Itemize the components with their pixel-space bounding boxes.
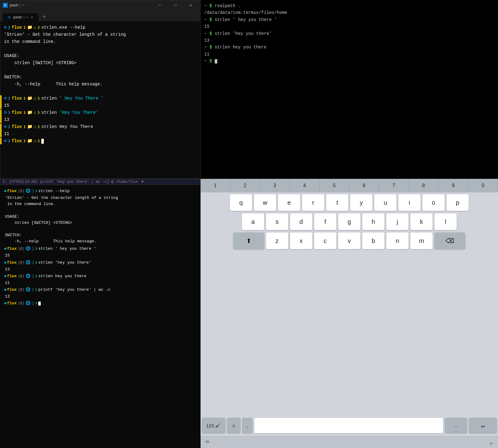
window-controls: ─ □ ✕ [153, 0, 198, 10]
fish-output-4: USAGE: [4, 214, 197, 220]
key-b[interactable]: b [362, 232, 384, 249]
key-u[interactable]: u [374, 194, 396, 211]
fish-output-7: SWITCH: [4, 232, 197, 238]
number-row: 1 2 3 4 5 6 7 8 9 0 [201, 179, 498, 192]
prompt-line-3: ⊞ ❯ flux ❯ 📁 ⌂ ❯ strlen 'Hey You There' [4, 109, 197, 116]
key-w[interactable]: w [254, 194, 276, 211]
space-key[interactable] [254, 418, 443, 433]
termux-line-2: ~ $ strlen ' hey you there ' [204, 16, 494, 23]
key-9[interactable]: 9 [438, 179, 468, 192]
key-q[interactable]: q [230, 194, 252, 211]
prompt-line-cursor: ⊞ ❯ flux ❯ 📁 ⌂ ❯ [4, 138, 197, 144]
mic-icon[interactable]: 🎤 [215, 423, 221, 428]
key-d[interactable]: d [290, 213, 312, 230]
key-g[interactable]: g [338, 213, 360, 230]
key-h[interactable]: h [362, 213, 384, 230]
key-5[interactable]: 5 [320, 179, 349, 192]
key-o[interactable]: o [422, 194, 445, 211]
fish-output-6 [4, 226, 197, 232]
key-z[interactable]: z [266, 232, 288, 249]
result-11: 11 [4, 131, 197, 137]
tab-bar: ⊞ pwsh :: ~ ✕ + [0, 10, 200, 21]
output-2: in the command line. [4, 39, 197, 45]
key-8[interactable]: 8 [409, 179, 438, 192]
output-7: SWITCH: [4, 74, 197, 80]
emoji-key[interactable]: ☺ [227, 418, 240, 433]
fish-content[interactable]: ◀ flux )@( 🌐 ) ❯ strlen --help 'StrLen' … [0, 185, 201, 448]
fish-output-1: 'StrLen' - Get the character length of a… [4, 195, 197, 201]
key-0[interactable]: 0 [468, 179, 498, 192]
key-6[interactable]: 6 [349, 179, 379, 192]
fish-output-2: in the command line. [4, 201, 197, 207]
fish-prompt-3: ◀ flux )@( 🌐 ) ❯ strlen 'hey you there' [4, 260, 197, 266]
key-3[interactable]: 3 [260, 179, 290, 192]
key-r[interactable]: r [302, 194, 324, 211]
fish-prompt-2: ◀ flux )@( 🌐 ) ❯ strlen ' hey you there … [4, 246, 197, 252]
prompt-line-4: ⊞ ❯ flux ❯ 📁 ⌂ ❯ strlen Hey You There [4, 124, 197, 130]
period-key[interactable]: . [445, 418, 467, 433]
row-asdf: a s d f g h j k l [202, 213, 497, 230]
key-p[interactable]: p [446, 194, 469, 211]
output-3 [4, 46, 197, 52]
key-e[interactable]: e [278, 194, 300, 211]
maximize-button[interactable]: □ [168, 0, 182, 10]
key-v[interactable]: v [338, 232, 360, 249]
key-1[interactable]: 1 [201, 179, 230, 192]
output-1: 'StrLen' - Get the character length of a… [4, 31, 197, 38]
mobile-keyboard[interactable]: 1 2 3 4 5 6 7 8 9 0 q w e r t y u i o p [201, 179, 498, 448]
row-qwerty: q w e r t y u i o p [202, 194, 497, 211]
key-k[interactable]: k [410, 213, 433, 230]
key-s[interactable]: s [266, 213, 288, 230]
terminal-output[interactable]: ⊞ ❯ flux ❯ 📁 ⌂ ❯ strlen.exe --help 'StrL… [0, 21, 200, 179]
key-c[interactable]: c [314, 232, 336, 249]
add-tab-button[interactable]: + [39, 13, 49, 21]
prompt-flux: flux [12, 24, 22, 31]
window-title: pwsh :: ~ [10, 3, 24, 7]
keyboard-bottom-strip: ⌨ ⌄ [201, 436, 498, 448]
termux-terminal[interactable]: ~ $ realpath . /data/data/com.termux/fil… [201, 0, 498, 179]
termux-line-1: ~ $ realpath . [204, 2, 494, 9]
keyboard-icon[interactable]: ⌨ [205, 438, 209, 446]
fish-terminal[interactable]: 1: [97919|14:20| printf 'hey you there' … [0, 179, 201, 448]
result-13: 13 [4, 117, 197, 123]
output-8: -h, --help This help message. [4, 81, 197, 88]
termux-line-4: ~ $ strlen hey you there [204, 44, 494, 51]
key-x[interactable]: x [290, 232, 312, 249]
key-t[interactable]: t [326, 194, 348, 211]
key-4[interactable]: 4 [290, 179, 319, 192]
fish-output-3 [4, 207, 197, 213]
key-m[interactable]: m [410, 232, 433, 249]
key-n[interactable]: n [386, 232, 409, 249]
termux-line-3: ~ $ strlen 'hey you there' [204, 30, 494, 37]
key-a[interactable]: a [242, 213, 264, 230]
tab-pwsh[interactable]: ⊞ pwsh :: ~ ✕ [3, 13, 38, 21]
fish-prompt-cursor: ◀ flux )@( 🌐 ) ❯ [4, 300, 197, 306]
enter-key[interactable]: ↵ [469, 418, 497, 433]
key-j[interactable]: j [386, 213, 409, 230]
backspace-key[interactable]: ⌫ [434, 232, 465, 249]
key-y[interactable]: y [350, 194, 372, 211]
key-f[interactable]: f [314, 213, 336, 230]
prompt-line-1: ⊞ ❯ flux ❯ 📁 ⌂ ❯ strlen.exe --help [4, 24, 197, 31]
key-l[interactable]: l [434, 213, 457, 230]
keyboard-hide-button[interactable]: ⌄ [489, 438, 493, 446]
termux-output-1: /data/data/com.termux/files/home [204, 9, 494, 16]
emoji-icon: ☺ [231, 423, 236, 428]
minimize-button[interactable]: ─ [153, 0, 167, 10]
fish-result-wc: 13 [4, 294, 197, 300]
fish-prompt-4: ◀ flux )@( 🌐 ) ❯ strlen hey you there [4, 273, 197, 279]
key-i[interactable]: i [398, 194, 421, 211]
comma-key[interactable]: , [242, 418, 252, 433]
key-2[interactable]: 2 [230, 179, 260, 192]
powershell-terminal[interactable]: ⊞ pwsh :: ~ ─ □ ✕ ⊞ pwsh :: ~ ✕ + ⊞ ❯ fl… [0, 0, 201, 179]
fish-cursor [38, 302, 41, 306]
windows-icon: ⊞ [4, 24, 6, 31]
shift-key[interactable]: ⬆ [233, 232, 264, 249]
numeric-mode-key[interactable]: 123 🎤 [202, 418, 225, 433]
close-button[interactable]: ✕ [184, 0, 198, 10]
prompt-gt1: ❯ [23, 24, 26, 31]
fish-result-15: 15 [4, 253, 197, 259]
keyboard-bottom-row: 123 🎤 ☺ , . ↵ [201, 417, 498, 436]
key-7[interactable]: 7 [379, 179, 409, 192]
prompt-arrow: ❯ [8, 24, 10, 31]
